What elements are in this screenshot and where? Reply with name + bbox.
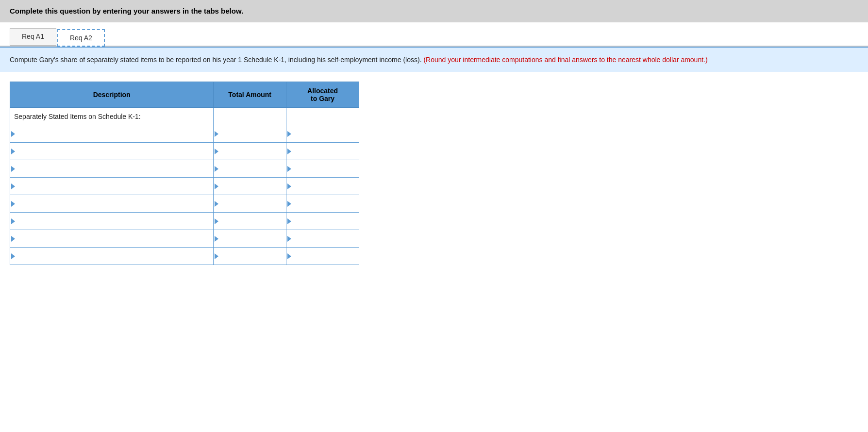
row1-arrow-icon [11,131,15,137]
tab-req-a1[interactable]: Req A1 [10,28,56,46]
row5-amount-input[interactable] [220,196,286,212]
row3-gary-arrow-icon [287,166,291,172]
section-label: Separately Stated Items on Schedule K-1: [10,108,214,125]
row8-amount-cell [214,248,286,265]
row5-amount-arrow-icon [215,201,218,207]
row2-amount-input[interactable] [220,143,286,160]
row5-desc-cell [10,195,214,213]
table-row [10,213,359,230]
row8-desc-input[interactable] [17,248,213,265]
row6-desc-cell [10,213,214,230]
row8-amount-arrow-icon [215,253,218,259]
row8-amount-input[interactable] [220,248,286,265]
tab-req-a2[interactable]: Req A2 [57,29,105,47]
row4-amount-input[interactable] [220,178,286,195]
row1-gary-arrow-icon [287,131,291,137]
tabs-container: Req A1 Req A2 [0,22,868,47]
row1-amount-arrow-icon [215,131,218,137]
column-header-total-amount: Total Amount [214,82,286,108]
row8-arrow-icon [11,253,15,259]
description-note-text: (Round your intermediate computations an… [423,56,707,64]
table-row [10,230,359,248]
row6-gary-arrow-icon [287,218,291,224]
table-container: Description Total Amount Allocatedto Gar… [0,72,868,275]
table-row [10,160,359,178]
row4-gary-cell [286,178,359,195]
row7-amount-input[interactable] [220,231,286,247]
table-row [10,178,359,195]
row4-desc-input[interactable] [17,178,213,195]
table-row [10,125,359,143]
description-box: Compute Gary's share of separately state… [0,47,868,72]
schedule-k1-table: Description Total Amount Allocatedto Gar… [10,82,359,265]
row1-gary-input[interactable] [293,126,359,142]
row6-amount-input[interactable] [220,213,286,230]
row1-amount-input[interactable] [220,126,286,142]
row2-gary-arrow-icon [287,149,291,154]
section-label-row: Separately Stated Items on Schedule K-1: [10,108,359,125]
row5-amount-cell [214,195,286,213]
row2-gary-cell [286,143,359,160]
row6-arrow-icon [11,218,15,224]
row4-gary-input[interactable] [293,178,359,195]
row2-amount-arrow-icon [215,149,218,154]
instruction-text: Complete this question by entering your … [10,7,243,15]
row6-gary-input[interactable] [293,213,359,230]
row2-arrow-icon [11,149,15,154]
tab-req-a2-label: Req A2 [70,34,92,42]
row2-desc-input[interactable] [17,143,213,160]
row8-desc-cell [10,248,214,265]
row1-desc-input[interactable] [17,126,213,142]
row5-arrow-icon [11,201,15,207]
row6-desc-input[interactable] [17,213,213,230]
row3-arrow-icon [11,166,15,172]
row3-amount-cell [214,160,286,178]
row3-amount-arrow-icon [215,166,218,172]
row3-amount-input[interactable] [220,161,286,177]
row5-gary-cell [286,195,359,213]
tab-req-a1-label: Req A1 [22,33,44,40]
row7-amount-arrow-icon [215,236,218,242]
row3-desc-cell [10,160,214,178]
row5-gary-arrow-icon [287,201,291,207]
row7-gary-cell [286,230,359,248]
row4-amount-arrow-icon [215,183,218,189]
row2-desc-cell [10,143,214,160]
column-header-allocated-to-gary: Allocatedto Gary [286,82,359,108]
row1-desc-cell [10,125,214,143]
row4-desc-cell [10,178,214,195]
row2-gary-input[interactable] [293,143,359,160]
row7-gary-arrow-icon [287,236,291,242]
row4-arrow-icon [11,183,15,189]
table-row [10,143,359,160]
row8-gary-arrow-icon [287,253,291,259]
row7-desc-input[interactable] [17,231,213,247]
row6-amount-arrow-icon [215,218,218,224]
section-total-cell [214,108,286,125]
section-gary-cell [286,108,359,125]
row8-gary-cell [286,248,359,265]
row7-amount-cell [214,230,286,248]
row7-gary-input[interactable] [293,231,359,247]
description-main-text: Compute Gary's share of separately state… [10,56,422,64]
column-header-description: Description [10,82,214,108]
row4-amount-cell [214,178,286,195]
row7-arrow-icon [11,236,15,242]
table-row [10,248,359,265]
row6-amount-cell [214,213,286,230]
row4-gary-arrow-icon [287,183,291,189]
row6-gary-cell [286,213,359,230]
row3-desc-input[interactable] [17,161,213,177]
instruction-bar: Complete this question by entering your … [0,0,868,22]
row1-amount-cell [214,125,286,143]
row7-desc-cell [10,230,214,248]
row2-amount-cell [214,143,286,160]
row3-gary-input[interactable] [293,161,359,177]
row5-desc-input[interactable] [17,196,213,212]
table-row [10,195,359,213]
row3-gary-cell [286,160,359,178]
row1-gary-cell [286,125,359,143]
row8-gary-input[interactable] [293,248,359,265]
row5-gary-input[interactable] [293,196,359,212]
